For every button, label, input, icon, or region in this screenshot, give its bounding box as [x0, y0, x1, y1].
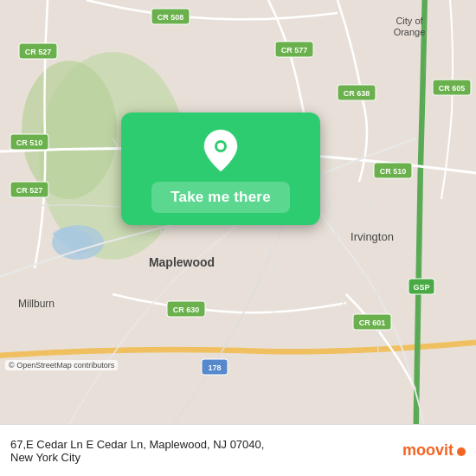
- svg-text:CR 601: CR 601: [359, 318, 386, 327]
- svg-text:Maplewood: Maplewood: [149, 255, 215, 269]
- take-me-there-button[interactable]: Take me there: [151, 182, 290, 213]
- bottom-bar: 67,E Cedar Ln E Cedar Ln, Maplewood, NJ …: [0, 424, 476, 476]
- svg-text:CR 577: CR 577: [281, 46, 308, 55]
- svg-text:CR 508: CR 508: [158, 13, 184, 22]
- svg-point-2: [22, 61, 117, 199]
- svg-text:CR 630: CR 630: [173, 306, 200, 314]
- svg-text:GSP: GSP: [413, 283, 429, 292]
- address-line1: 67,E Cedar Ln E Cedar Ln, Maplewood, NJ …: [10, 438, 264, 451]
- svg-text:CR 510: CR 510: [380, 167, 407, 176]
- svg-text:178: 178: [208, 363, 221, 372]
- svg-text:CR 605: CR 605: [439, 84, 466, 93]
- address-line2: New York City: [10, 451, 264, 464]
- address-block: 67,E Cedar Ln E Cedar Ln, Maplewood, NJ …: [10, 438, 264, 464]
- svg-text:CR 638: CR 638: [344, 89, 370, 98]
- svg-text:City of: City of: [396, 16, 423, 26]
- map-container: CR 527 CR 527 CR 510 CR 510 CR 508 CR 57…: [0, 0, 476, 424]
- moovit-dot: [457, 447, 466, 456]
- osm-attribution: © OpenStreetMap contributors: [5, 360, 118, 370]
- svg-point-34: [217, 143, 224, 150]
- svg-text:Millburn: Millburn: [18, 298, 55, 310]
- pin-icon: [202, 128, 240, 173]
- moovit-brand-text: moovit: [402, 441, 453, 460]
- moovit-logo: moovit: [402, 441, 466, 460]
- svg-text:CR 527: CR 527: [25, 48, 52, 56]
- svg-text:Irvington: Irvington: [351, 230, 394, 243]
- svg-text:Orange: Orange: [394, 27, 426, 37]
- svg-text:CR 527: CR 527: [16, 186, 43, 195]
- svg-text:CR 510: CR 510: [16, 138, 43, 147]
- location-card: Take me there: [121, 113, 320, 225]
